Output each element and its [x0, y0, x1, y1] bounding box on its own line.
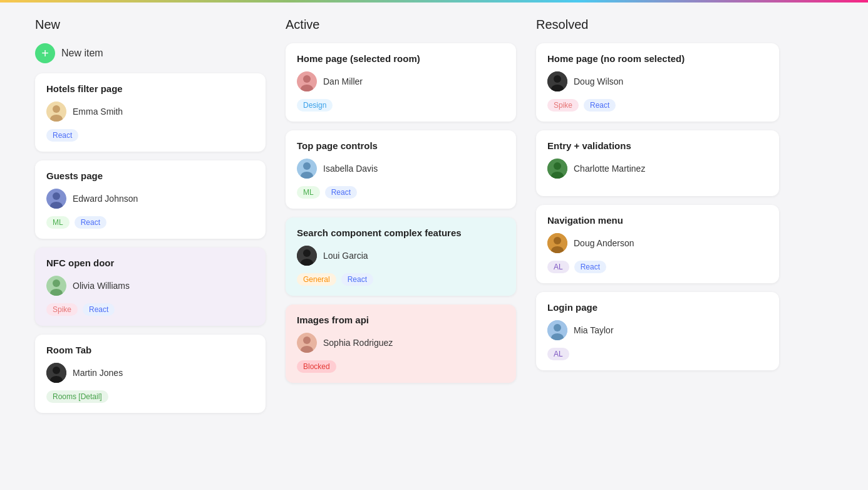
svg-point-4: [53, 192, 60, 200]
column-new-title: New: [35, 18, 266, 32]
person-name: Charlotte Martinez: [574, 164, 645, 174]
person-name: Dan Miller: [323, 76, 363, 86]
person-name: Martin Jones: [73, 368, 123, 378]
avatar-emma: [46, 102, 66, 122]
tag-spike: Spike: [547, 99, 579, 112]
avatar-doug-a: [547, 233, 567, 253]
card-tags: AL: [547, 348, 768, 360]
card-person: Charlotte Martinez: [547, 159, 768, 179]
card-person: Edward Johnson: [46, 189, 254, 209]
tag-al: AL: [547, 261, 569, 273]
card-person: Loui Garcia: [297, 246, 505, 266]
card-tags: React: [46, 129, 254, 142]
card-person: Doug Anderson: [547, 233, 768, 253]
card-room-tab[interactable]: Room Tab Martin Jones Rooms [Detail]: [35, 335, 266, 413]
card-person: Mia Taylor: [547, 320, 768, 340]
card-title: Entry + validations: [547, 140, 768, 151]
avatar-martin: [46, 363, 66, 383]
column-new: New + New item Hotels filter page Emma S…: [25, 18, 276, 475]
card-person: Emma Smith: [46, 102, 254, 122]
person-name: Doug Anderson: [574, 238, 634, 248]
card-navigation-menu[interactable]: Navigation menu Doug Anderson AL React: [536, 205, 779, 283]
card-title: Room Tab: [46, 345, 254, 355]
card-title: NFC open door: [46, 258, 254, 268]
svg-point-25: [554, 75, 561, 83]
avatar-doug-w: [547, 71, 567, 91]
svg-point-13: [303, 75, 311, 83]
card-home-no-room[interactable]: Home page (no room selected) Doug Wilson…: [536, 43, 779, 122]
new-item-icon: +: [35, 43, 55, 63]
svg-point-28: [554, 162, 561, 170]
card-tags: ML React: [297, 186, 505, 199]
card-tags: Spike React: [46, 303, 254, 316]
card-title: Hotels filter page: [46, 83, 254, 94]
new-item-button[interactable]: + New item: [35, 43, 103, 63]
tag-ml: ML: [46, 216, 70, 229]
tag-react: React: [83, 303, 115, 316]
card-tags: Design: [297, 99, 505, 112]
svg-point-34: [554, 324, 561, 331]
card-tags: Spike React: [547, 99, 768, 112]
avatar-olivia: [46, 276, 66, 296]
avatar-isabella: [297, 159, 317, 179]
tag-blocked: Blocked: [297, 360, 336, 373]
tag-rooms: Rooms [Detail]: [46, 390, 108, 403]
avatar-dan: [297, 71, 317, 91]
tag-react: React: [325, 186, 357, 199]
tag-react: React: [584, 99, 616, 112]
svg-point-22: [303, 336, 311, 344]
tag-ml: ML: [297, 186, 320, 199]
svg-point-7: [53, 279, 60, 287]
card-person: Sophia Rodriguez: [297, 333, 505, 353]
card-home-selected[interactable]: Home page (selected room) Dan Miller Des…: [286, 43, 516, 122]
board: New + New item Hotels filter page Emma S…: [0, 3, 868, 490]
card-search-complex[interactable]: Search component complex features Loui G…: [286, 217, 516, 296]
tag-design: Design: [297, 99, 333, 112]
svg-point-19: [303, 249, 311, 257]
card-person: Martin Jones: [46, 363, 254, 383]
card-person: Isabella Davis: [297, 159, 505, 179]
card-person: Olivia Williams: [46, 276, 254, 296]
card-tags: General React: [297, 273, 505, 286]
card-top-page-controls[interactable]: Top page controls Isabella Davis ML Reac…: [286, 130, 516, 209]
avatar-loui: [297, 246, 317, 266]
person-name: Sophia Rodriguez: [323, 338, 393, 348]
card-tags: Blocked: [297, 360, 505, 373]
card-title: Home page (selected room): [297, 53, 505, 64]
tag-react: React: [75, 216, 106, 229]
card-login-page[interactable]: Login page Mia Taylor AL: [536, 292, 779, 370]
card-tags: ML React: [46, 216, 254, 229]
person-name: Edward Johnson: [73, 194, 138, 204]
card-guests-page[interactable]: Guests page Edward Johnson ML React: [35, 160, 266, 239]
svg-point-16: [303, 162, 311, 170]
card-tags: Rooms [Detail]: [46, 390, 254, 403]
new-item-label: New item: [61, 48, 103, 59]
column-resolved-title: Resolved: [536, 18, 779, 32]
card-title: Guests page: [46, 170, 254, 181]
column-active: Active Home page (selected room) Dan Mil…: [276, 18, 526, 475]
card-title: Login page: [547, 302, 768, 313]
person-name: Olivia Williams: [73, 281, 130, 291]
person-name: Mia Taylor: [574, 325, 614, 335]
tag-react: React: [341, 273, 373, 286]
person-name: Doug Wilson: [574, 76, 623, 86]
card-person: Doug Wilson: [547, 71, 768, 91]
card-title: Top page controls: [297, 140, 505, 151]
card-hotels-filter[interactable]: Hotels filter page Emma Smith React: [35, 73, 266, 152]
card-entry-validations[interactable]: Entry + validations Charlotte Martinez: [536, 130, 779, 196]
person-name: Emma Smith: [73, 107, 123, 117]
card-title: Search component complex features: [297, 227, 505, 238]
card-tags: AL React: [547, 261, 768, 273]
avatar-charlotte: [547, 159, 567, 179]
card-nfc-open-door[interactable]: NFC open door Olivia Williams Spike Reac…: [35, 248, 266, 326]
tag-react: React: [46, 129, 78, 142]
card-title: Navigation menu: [547, 215, 768, 226]
svg-point-10: [53, 367, 60, 374]
svg-point-1: [53, 105, 60, 113]
column-active-title: Active: [286, 18, 516, 32]
person-name: Isabella Davis: [323, 164, 378, 174]
card-person: Dan Miller: [297, 71, 505, 91]
avatar-sophia: [297, 333, 317, 353]
avatar-mia: [547, 320, 567, 340]
card-images-from-api[interactable]: Images from api Sophia Rodriguez Blocked: [286, 305, 516, 383]
